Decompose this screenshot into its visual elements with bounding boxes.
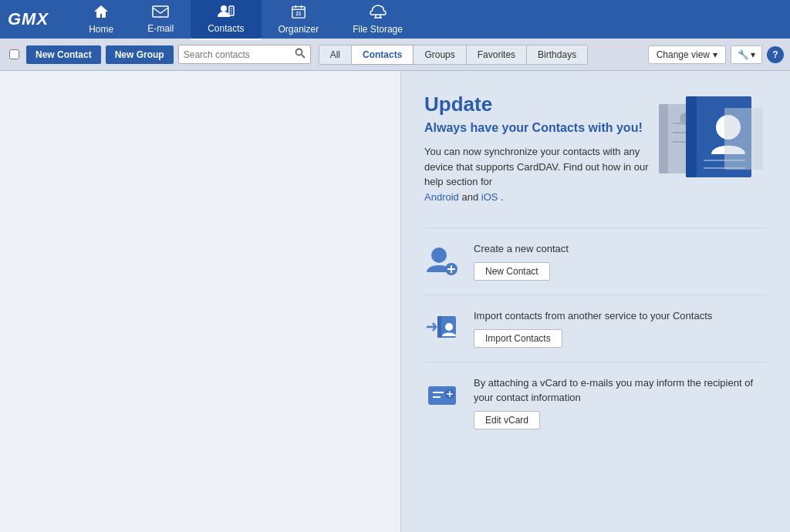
update-text: Update Always have your Contacts with yo… — [424, 93, 651, 204]
nav-email[interactable]: E-mail — [130, 0, 191, 39]
update-and: and — [461, 191, 481, 203]
new-contact-action-button[interactable]: New Contact — [474, 262, 550, 281]
tab-favorites[interactable]: Favorites — [467, 45, 527, 65]
nav-items: Home E-mail Cont — [72, 0, 420, 40]
svg-rect-20 — [686, 96, 697, 177]
search-button[interactable] — [295, 48, 306, 61]
action-vcard-desc: By attaching a vCard to e-mails you may … — [474, 376, 767, 404]
right-panel: Update Always have your Contacts with yo… — [401, 71, 790, 532]
tab-birthdays[interactable]: Birthdays — [527, 45, 588, 65]
svg-point-31 — [445, 323, 453, 331]
nav-home-label: Home — [89, 24, 113, 35]
wrench-icon: 🔧 — [738, 49, 749, 60]
action-new-contact-text: Create a new contact New Contact — [474, 242, 767, 281]
svg-line-12 — [302, 55, 305, 58]
svg-rect-30 — [437, 316, 441, 338]
svg-point-1 — [221, 5, 227, 12]
toolbar-right: Change view ▾ 🔧 ▾ ? — [648, 45, 784, 64]
nav-organizer[interactable]: 21 Organizer — [262, 0, 336, 39]
search-wrap — [178, 45, 311, 64]
nav-file-storage[interactable]: File Storage — [336, 0, 420, 39]
import-contacts-button[interactable]: Import Contacts — [474, 329, 562, 348]
new-contact-button[interactable]: New Contact — [26, 45, 101, 64]
android-link[interactable]: Android — [424, 191, 459, 203]
action-vcard-text: By attaching a vCard to e-mails you may … — [474, 376, 767, 429]
svg-rect-14 — [659, 104, 668, 173]
import-contacts-action-icon — [424, 309, 460, 345]
update-title: Update — [424, 93, 651, 116]
svg-rect-0 — [153, 6, 168, 17]
action-import-text: Import contacts from another service to … — [474, 309, 767, 348]
nav-home[interactable]: Home — [72, 0, 130, 39]
toolbar: New Contact New Group All Contacts Group… — [0, 39, 790, 71]
contacts-icon — [218, 3, 235, 21]
svg-rect-24 — [724, 108, 763, 170]
filter-tabs: All Contacts Groups Favorites Birthdays — [319, 45, 588, 65]
nav-contacts-label: Contacts — [208, 23, 244, 34]
ios-link[interactable]: iOS — [481, 191, 498, 203]
edit-vcard-action-icon — [424, 376, 460, 412]
update-header: Update Always have your Contacts with yo… — [424, 93, 767, 204]
organizer-icon: 21 — [290, 4, 307, 22]
nav-email-label: E-mail — [147, 23, 174, 34]
chevron-down-icon: ▾ — [713, 49, 717, 60]
tab-contacts[interactable]: Contacts — [352, 45, 414, 65]
update-section: Update Always have your Contacts with yo… — [401, 71, 790, 220]
update-description: You can now synchronize your contacts wi… — [424, 144, 651, 204]
main-content: Update Always have your Contacts with yo… — [0, 71, 790, 532]
tools-button[interactable]: 🔧 ▾ — [731, 45, 762, 64]
help-button[interactable]: ? — [767, 46, 784, 63]
nav-file-storage-label: File Storage — [353, 24, 403, 35]
edit-vcard-button[interactable]: Edit vCard — [474, 411, 540, 429]
contact-list-panel — [0, 71, 401, 532]
update-period: . — [501, 191, 504, 203]
svg-text:21: 21 — [295, 11, 302, 16]
action-import-desc: Import contacts from another service to … — [474, 309, 767, 323]
action-edit-vcard: By attaching a vCard to e-mails you may … — [424, 362, 767, 443]
change-view-label: Change view — [657, 49, 710, 60]
select-all-checkbox[interactable] — [6, 47, 22, 62]
tab-groups[interactable]: Groups — [414, 45, 466, 65]
svg-point-11 — [295, 49, 302, 56]
tab-all[interactable]: All — [319, 45, 352, 65]
new-contact-action-icon — [424, 242, 460, 278]
contact-book-graphic — [651, 93, 767, 185]
update-desc-text: You can now synchronize your contacts wi… — [424, 146, 649, 187]
file-storage-icon — [369, 4, 387, 22]
action-section: Create a new contact New Contact — [401, 220, 790, 451]
select-all-input[interactable] — [9, 49, 19, 59]
nav-contacts[interactable]: Contacts — [191, 0, 261, 40]
home-icon — [93, 4, 110, 22]
nav-organizer-label: Organizer — [279, 24, 319, 35]
svg-point-25 — [431, 247, 447, 263]
email-icon — [152, 5, 169, 21]
change-view-button[interactable]: Change view ▾ — [648, 45, 726, 64]
new-group-button[interactable]: New Group — [106, 45, 174, 64]
tools-chevron-icon: ▾ — [751, 49, 755, 60]
action-new-contact: Create a new contact New Contact — [424, 227, 767, 295]
action-new-contact-desc: Create a new contact — [474, 242, 767, 256]
gmx-logo: GMX — [8, 9, 49, 29]
update-subtitle: Always have your Contacts with you! — [424, 121, 651, 135]
search-input[interactable] — [184, 49, 292, 60]
top-navigation: GMX Home E-mail — [0, 0, 790, 39]
action-import-contacts: Import contacts from another service to … — [424, 295, 767, 362]
